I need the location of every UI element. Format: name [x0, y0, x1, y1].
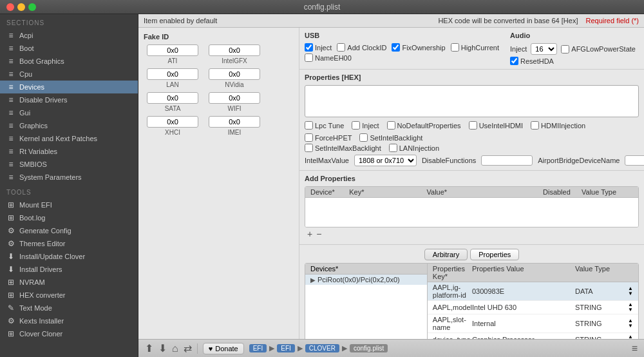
fake-id-ati-label: ATI [168, 57, 178, 64]
sidebar-item-boot[interactable]: ≡ Boot [0, 42, 138, 55]
tab-properties[interactable]: Properties [470, 249, 519, 260]
afg-low-power-checkbox[interactable]: AFGLowPowerState [561, 45, 636, 53]
fake-id-sata-label: SATA [165, 105, 181, 112]
sidebar-item-themes-editor[interactable]: ⚙ Themes Editor [0, 237, 138, 250]
clover-folder[interactable]: CLOVER [305, 344, 339, 352]
sidebar-label-graphics: Graphics [19, 122, 48, 130]
fake-id-xhci-input[interactable] [147, 116, 198, 128]
share-icon[interactable]: ⇄ [184, 342, 192, 354]
props-row-1[interactable]: AAPL,model Intel UHD 630 STRING ▲▼ [428, 301, 638, 314]
usb-fix-ownership-checkbox[interactable]: FixOwnership [392, 43, 445, 52]
props-key-2: AAPL,slot-name [433, 316, 472, 331]
sidebar-item-acpi[interactable]: ≡ Acpi [0, 29, 138, 42]
no-default-props-cb[interactable]: NoDefaultProperties [387, 121, 461, 130]
sidebar-label-boot-graphics: Boot Graphics [19, 57, 64, 65]
sidebar-item-kexts-installer[interactable]: ⚙ Kexts Installer [0, 314, 138, 327]
stepper-down-0[interactable]: ▼ [628, 291, 633, 296]
remove-property-button[interactable]: − [316, 229, 321, 239]
sidebar-item-kernel-kext[interactable]: ≡ Kernel and Kext Patches [0, 132, 138, 145]
props-col-value: Properties Value [472, 265, 575, 280]
intel-max-value-select[interactable]: 1808 or 0x710 [354, 155, 417, 166]
props-type-1: STRING ▲▼ [575, 302, 633, 313]
efi-folder-1[interactable]: EFI [249, 344, 267, 352]
sidebar-item-generate-config[interactable]: ⚙ Generate Config [0, 224, 138, 237]
sidebar-item-mount-efi[interactable]: ⊞ Mount EFI [0, 198, 138, 211]
download-icon[interactable]: ⬇ [158, 342, 167, 354]
sidebar-item-bootlog[interactable]: ⊞ Boot.log [0, 211, 138, 224]
stepper-up-3[interactable]: ▲ [628, 334, 633, 339]
inject-cb[interactable]: Inject [352, 121, 379, 130]
set-intel-max-backlight-cb[interactable]: SetIntelMaxBacklight [305, 144, 381, 152]
sidebar-item-gui[interactable]: ≡ Gui [0, 106, 138, 119]
sidebar-item-devices[interactable]: ≡ Devices [0, 81, 138, 93]
lpc-tune-checkbox[interactable]: Lpc Tune [305, 121, 344, 130]
fake-id-nvidia-input[interactable] [209, 68, 260, 80]
hdmi-injection-cb[interactable]: HDMIInjection [531, 121, 585, 130]
fake-id-xhci-label: XHCI [165, 129, 180, 136]
sidebar-label-devices: Devices [19, 83, 44, 91]
sidebar-item-text-mode[interactable]: ✎ Text Mode [0, 302, 138, 314]
sidebar-item-disable-drivers[interactable]: ≡ Disable Drivers [0, 93, 138, 106]
set-intel-backlight-cb[interactable]: SetIntelBacklight [359, 133, 422, 142]
usb-inject-checkbox[interactable]: Inject [305, 43, 332, 52]
stepper-down-1[interactable]: ▼ [628, 307, 633, 313]
sidebar-item-graphics[interactable]: ≡ Graphics [0, 119, 138, 132]
minimize-button[interactable] [17, 3, 25, 11]
props-value-2: Internal [472, 320, 575, 327]
tab-arbitrary[interactable]: Arbitrary [424, 249, 468, 260]
properties-hex-title: Properties [HEX] [305, 73, 639, 81]
donate-button[interactable]: ♥ Donate [203, 343, 244, 354]
sidebar-item-install-drivers[interactable]: ⬇ Install Drivers [0, 263, 138, 276]
fake-id-ati-input[interactable] [147, 44, 198, 56]
sidebar-item-cpu[interactable]: ≡ Cpu [0, 68, 138, 81]
sidebar-item-clover-cloner[interactable]: ⊞ Clover Cloner [0, 327, 138, 340]
device-label: PciRoot(0x0)/Pci(0x2,0x0) [317, 276, 400, 284]
airport-bridge-input[interactable] [625, 155, 644, 166]
close-button[interactable] [6, 3, 14, 11]
sidebar-item-nvram[interactable]: ⊞ NVRAM [0, 276, 138, 289]
home-icon[interactable]: ⌂ [172, 343, 178, 354]
usb-high-current-checkbox[interactable]: HighCurrent [451, 43, 499, 52]
usb-nameeh00-checkbox[interactable]: NameEH00 [305, 53, 502, 62]
sidebar-label-smbios: SMBIOS [19, 160, 47, 168]
use-intel-hdmi-cb[interactable]: UseIntelHDMI [469, 121, 523, 130]
reset-hda-checkbox[interactable]: ResetHDA [510, 57, 639, 65]
add-property-button[interactable]: + [307, 229, 312, 239]
afg-label: AFGLowPowerState [571, 45, 636, 53]
sidebar-item-boot-graphics[interactable]: ≡ Boot Graphics [0, 55, 138, 68]
fake-id-intelgfx-input[interactable] [209, 44, 260, 56]
sidebar-item-smbios[interactable]: ≡ SMBIOS [0, 158, 138, 171]
sidebar-item-system-parameters[interactable]: ≡ System Parameters [0, 171, 138, 184]
fake-id-intelgfx-label: IntelGFX [222, 57, 247, 64]
fake-id-lan-input[interactable] [147, 68, 198, 80]
usb-inject-label: Inject [315, 44, 332, 52]
props-row-2[interactable]: AAPL,slot-name Internal STRING ▲▼ [428, 314, 638, 333]
fake-id-sata-input[interactable] [147, 92, 198, 104]
props-key-0: AAPL,ig-platform-id [433, 284, 472, 299]
menu-icon[interactable]: ≡ [632, 343, 638, 354]
audio-inject-select[interactable]: 16 012No [531, 43, 557, 55]
sidebar-item-hex-converter[interactable]: ⊞ HEX converter [0, 289, 138, 302]
config-file[interactable]: config.plist [350, 344, 388, 352]
sidebar-item-rt-variables[interactable]: ≡ Rt Variables [0, 145, 138, 158]
sidebar-label-bootlog: Boot.log [19, 214, 45, 222]
properties-hex-textarea[interactable] [305, 85, 639, 117]
disable-functions-input[interactable] [481, 155, 533, 166]
list-icon: ≡ [6, 121, 15, 130]
props-row-3[interactable]: device_type Graphics Processor STRING ▲▼ [428, 333, 638, 339]
sidebar-item-install-clover[interactable]: ⬇ Install/Update Clover [0, 250, 138, 263]
usb-add-clockid-checkbox[interactable]: Add ClockID [337, 43, 386, 52]
device-row[interactable]: ▶ PciRoot(0x0)/Pci(0x2,0x0) [305, 275, 427, 285]
fake-id-lan: LAN [144, 68, 202, 88]
fake-id-wifi-input[interactable] [209, 92, 260, 104]
lan-injection-cb[interactable]: LANInjection [389, 144, 439, 152]
stepper-down-2[interactable]: ▼ [628, 323, 633, 329]
props-row-0[interactable]: AAPL,ig-platform-id 0300983E DATA ▲▼ [428, 282, 638, 301]
fake-id-imei-input[interactable] [209, 116, 260, 128]
force-hpet-cb[interactable]: ForceHPET [305, 133, 352, 142]
maximize-button[interactable] [28, 3, 36, 11]
main-content: Item enabled by default HEX code will be… [138, 14, 644, 357]
efi-folder-2[interactable]: EFI [277, 344, 295, 352]
usb-addclockid-label: Add ClockID [347, 44, 386, 52]
upload-icon[interactable]: ⬆ [145, 342, 153, 354]
